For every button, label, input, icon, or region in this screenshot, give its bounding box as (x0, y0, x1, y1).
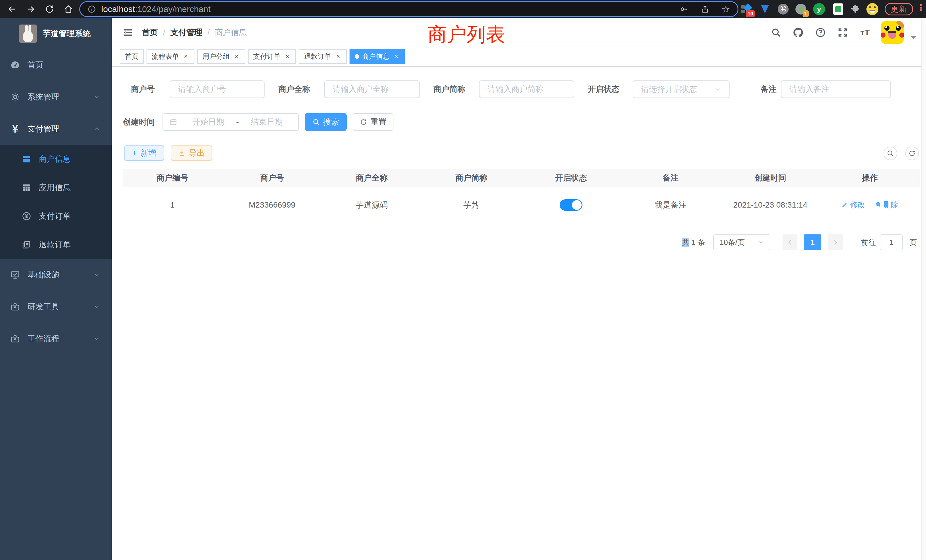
status-select[interactable]: 请选择开启状态 (632, 80, 729, 98)
github-icon[interactable] (792, 26, 805, 39)
sidebar-item-app-info[interactable]: 应用信息 (0, 173, 112, 202)
edit-link[interactable]: 修改 (841, 200, 865, 210)
browser-update-button[interactable]: 更新 (885, 3, 913, 15)
breadcrumb-separator: / (207, 28, 210, 37)
sidebar-item-label: 系统管理 (27, 92, 59, 102)
address-bar[interactable]: localhost:1024/pay/merchant ☆ (79, 1, 738, 17)
sidebar-item-dev-tools[interactable]: 研发工具 (0, 291, 112, 323)
page-size-select[interactable]: 10条/页 (713, 235, 770, 250)
extension-y-icon[interactable]: y (813, 3, 825, 15)
tab-label: 首页 (125, 52, 139, 61)
delete-link[interactable]: 删除 (875, 200, 898, 210)
extension-kite-icon[interactable] (759, 3, 771, 15)
documents-icon (22, 240, 31, 250)
site-info-icon[interactable] (88, 5, 96, 14)
extension-recorder-icon[interactable]: 1 (794, 3, 807, 15)
sidebar-item-system[interactable]: 系统管理 (0, 81, 112, 113)
sidebar-item-pay[interactable]: ¥ 支付管理 (0, 113, 112, 145)
tab-close-icon[interactable]: × (393, 53, 400, 60)
prev-page-button[interactable] (782, 235, 797, 250)
page-number-1[interactable]: 1 (804, 235, 822, 250)
navbar: 首页 / 支付管理 / 商户信息 тT (112, 18, 921, 47)
bookmark-star-icon[interactable]: ☆ (722, 3, 730, 15)
tab-user-group[interactable]: 用户分组 × (197, 49, 245, 64)
merchant-no-input[interactable] (169, 80, 265, 98)
profile-emoji-icon[interactable] (866, 3, 879, 15)
sidebar-item-label: 支付管理 (27, 123, 59, 134)
tab-merchant-info[interactable]: 商户信息 × (350, 49, 405, 64)
scrollbar-track[interactable] (921, 18, 926, 560)
extension-diamond-icon[interactable]: 10 (740, 3, 753, 15)
col-merchant-id: 商户编号 (123, 169, 222, 187)
tab-pay-order[interactable]: 支付订单 × (248, 49, 296, 64)
user-avatar[interactable] (881, 21, 904, 44)
search-button[interactable]: 搜索 (305, 113, 346, 131)
chevron-down-icon (93, 335, 100, 342)
browser-forward-icon[interactable] (25, 3, 36, 15)
date-end-placeholder: 结束日期 (242, 117, 292, 127)
tab-label: 支付订单 (253, 52, 280, 61)
page-unit-label: 页 (909, 235, 917, 250)
browser-refresh-icon[interactable] (44, 3, 55, 15)
tab-close-icon[interactable]: × (183, 53, 189, 60)
tab-home[interactable]: 首页 (120, 49, 144, 64)
sidebar-item-home[interactable]: 首页 (0, 49, 112, 81)
add-button[interactable]: + 新增 (124, 145, 164, 161)
goto-page-input[interactable] (880, 235, 903, 250)
fullscreen-icon[interactable] (837, 26, 849, 39)
chevron-down-icon (758, 239, 764, 245)
tab-process-form[interactable]: 流程表单 × (147, 49, 194, 64)
next-page-button[interactable] (828, 235, 843, 250)
export-button[interactable]: 导出 (171, 145, 212, 161)
share-icon[interactable] (701, 5, 710, 14)
help-icon[interactable] (814, 26, 827, 39)
sidebar-collapse-icon[interactable] (122, 27, 133, 38)
delete-link-label: 删除 (883, 200, 898, 210)
search-button-label: 搜索 (323, 117, 339, 127)
toolbox-icon (10, 302, 20, 312)
avatar-dropdown-caret-icon[interactable] (911, 36, 916, 39)
chevron-up-icon (93, 125, 100, 133)
refresh-table-button[interactable] (905, 147, 919, 160)
reset-button[interactable]: 重置 (353, 113, 393, 131)
dashboard-icon (10, 60, 20, 70)
merchant-no-label: 商户号 (120, 80, 155, 98)
extensions-puzzle-icon[interactable] (849, 3, 862, 15)
app-title: 芋道管理系统 (43, 28, 91, 39)
sidebar-item-infrastructure[interactable]: 基础设施 (0, 259, 112, 291)
tab-close-icon[interactable]: × (233, 53, 240, 60)
header-search-icon[interactable] (770, 26, 782, 39)
browser-back-icon[interactable] (6, 3, 18, 15)
browser-menu-dots-icon[interactable]: ⋮ (916, 2, 925, 13)
tab-refund-order[interactable]: 退款订单 × (299, 49, 346, 64)
sidebar-item-pay-order[interactable]: 支付订单 (0, 202, 112, 230)
hide-search-button[interactable] (884, 147, 897, 160)
breadcrumb-home[interactable]: 首页 (142, 27, 158, 38)
date-start-placeholder: 开始日期 (183, 117, 233, 127)
extension-command-icon[interactable]: ⌘ (777, 3, 790, 15)
browser-toolbar: localhost:1024/pay/merchant ☆ 10 ⌘ (0, 0, 926, 18)
date-range-picker[interactable]: 开始日期 - 结束日期 (162, 113, 299, 131)
saved-passwords-key-icon[interactable] (679, 5, 688, 14)
active-tab-dot (355, 54, 359, 59)
sidebar-item-refund-order[interactable]: 退款订单 (0, 230, 112, 259)
status-toggle[interactable] (560, 199, 583, 211)
breadcrumb-current: 商户信息 (215, 27, 247, 38)
font-size-icon[interactable]: тT (859, 26, 871, 39)
sidebar-logo-row[interactable]: 芋道管理系统 (0, 18, 112, 49)
extension-badge: 1 (803, 10, 809, 17)
remark-input[interactable] (781, 80, 891, 98)
calendar-icon (169, 118, 177, 126)
browser-home-icon[interactable] (63, 3, 74, 15)
col-short-name: 商户简称 (422, 169, 522, 187)
cell-status (521, 187, 621, 223)
sidebar-item-merchant-info[interactable]: 商户信息 (0, 145, 112, 173)
short-name-input[interactable] (479, 80, 574, 98)
sidebar-item-workflow[interactable]: 工作流程 (0, 323, 112, 355)
merchant-table: 商户编号 商户号 商户全称 商户简称 开启状态 备注 创建时间 操作 1 M23… (123, 169, 920, 223)
tab-close-icon[interactable]: × (284, 53, 291, 60)
tab-close-icon[interactable]: × (335, 53, 342, 60)
full-name-input[interactable] (324, 80, 420, 98)
extension-sheets-icon[interactable] (832, 3, 844, 15)
tab-label: 退款订单 (304, 52, 331, 61)
